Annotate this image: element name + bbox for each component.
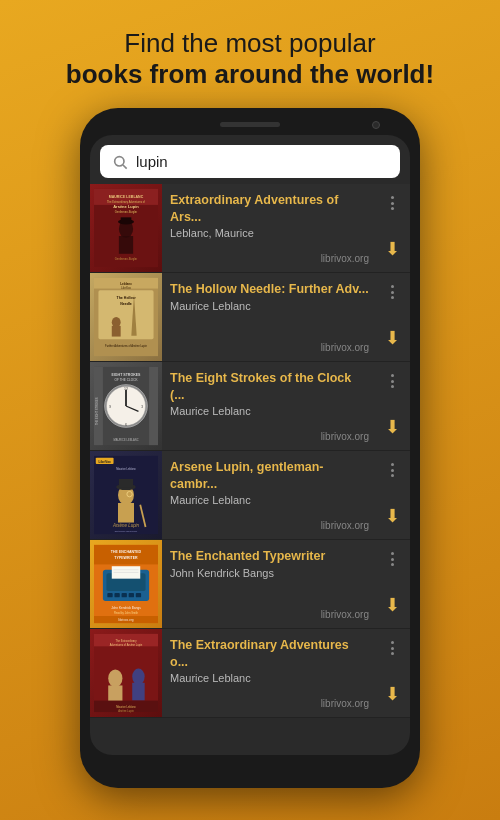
svg-rect-52	[94, 545, 158, 565]
svg-rect-9	[119, 236, 133, 254]
download-button[interactable]: ⬇	[381, 234, 404, 264]
svg-point-75	[132, 669, 144, 685]
book-author: Maurice Leblanc	[170, 300, 369, 312]
svg-text:MAURICE LEBLANC: MAURICE LEBLANC	[113, 438, 138, 442]
more-options-button[interactable]	[387, 281, 398, 303]
svg-text:LibriVox: LibriVox	[99, 460, 111, 464]
svg-text:The Extraordinary Adventures o: The Extraordinary Adventures of	[107, 200, 145, 204]
book-actions: ⬇	[375, 451, 410, 539]
dot	[391, 652, 394, 655]
book-title: The Hollow Needle: Further Adv...	[170, 281, 369, 297]
svg-text:12: 12	[124, 387, 128, 391]
book-source: librivox.org	[170, 431, 369, 446]
dot	[391, 285, 394, 288]
headline: Find the most popular books from around …	[0, 0, 500, 108]
list-item[interactable]: Leblanc LibriVox The Hollow Needle Furth…	[90, 273, 410, 362]
book-info: Arsene Lupin, gentleman-cambr... Maurice…	[162, 451, 375, 539]
list-item[interactable]: The Extraordinary Adventures of Arsène L…	[90, 629, 410, 718]
svg-rect-11	[121, 218, 132, 223]
svg-line-1	[123, 165, 127, 169]
svg-rect-76	[132, 683, 144, 701]
book-cover: Leblanc LibriVox The Hollow Needle Furth…	[90, 273, 162, 361]
headline-line2: books from around the world!	[30, 59, 470, 90]
svg-text:MAURICE LEBLANC: MAURICE LEBLANC	[109, 195, 144, 199]
svg-text:EIGHT STROKES: EIGHT STROKES	[112, 373, 142, 377]
book-list: MAURICE LEBLANC The Extraordinary Advent…	[90, 184, 410, 718]
book-title: Arsene Lupin, gentleman-cambr...	[170, 459, 369, 492]
download-button[interactable]: ⬇	[381, 590, 404, 620]
search-query: lupin	[136, 153, 388, 170]
download-button[interactable]: ⬇	[381, 679, 404, 709]
dot	[391, 552, 394, 555]
list-item[interactable]: 12 3 6 9 THE EIGHT STROKES EIGHT STROKES…	[90, 362, 410, 451]
more-options-button[interactable]	[387, 459, 398, 481]
svg-text:librivox.org: librivox.org	[118, 619, 133, 623]
svg-rect-46	[119, 479, 133, 488]
dot	[391, 385, 394, 388]
download-button[interactable]: ⬇	[381, 412, 404, 442]
more-options-button[interactable]	[387, 548, 398, 570]
headline-line1: Find the most popular	[30, 28, 470, 59]
book-cover: MAURICE LEBLANC The Extraordinary Advent…	[90, 184, 162, 272]
list-item[interactable]: MAURICE LEBLANC The Extraordinary Advent…	[90, 184, 410, 273]
download-button[interactable]: ⬇	[381, 323, 404, 353]
phone-notch	[90, 122, 410, 127]
book-cover: 12 3 6 9 THE EIGHT STROKES EIGHT STROKES…	[90, 362, 162, 450]
dot	[391, 647, 394, 650]
book-source: librivox.org	[170, 609, 369, 624]
svg-text:Maurice Leblanc: Maurice Leblanc	[116, 467, 136, 471]
book-author: John Kendrick Bangs	[170, 567, 369, 579]
svg-text:Needle: Needle	[120, 302, 132, 306]
svg-text:gentleman-cambrioleur: gentleman-cambrioleur	[115, 531, 138, 533]
book-info: The Eight Strokes of the Clock (... Maur…	[162, 362, 375, 450]
book-info: The Extraordinary Adventures o... Mauric…	[162, 629, 375, 717]
list-item[interactable]: LibriVox Maurice Leblanc Arsène Lupin ge…	[90, 451, 410, 540]
book-actions: ⬇	[375, 184, 410, 272]
svg-text:TYPEWRITER: TYPEWRITER	[114, 556, 138, 560]
svg-text:9: 9	[109, 405, 111, 409]
search-icon	[112, 154, 128, 170]
dot	[391, 202, 394, 205]
svg-text:Leblanc: Leblanc	[120, 282, 132, 286]
svg-rect-21	[112, 326, 121, 337]
book-author: Maurice Leblanc	[170, 494, 369, 506]
svg-text:Further Adventures of Arsène L: Further Adventures of Arsène Lupin	[105, 345, 147, 349]
svg-text:LibriVox: LibriVox	[121, 287, 131, 291]
svg-text:6: 6	[125, 423, 127, 427]
svg-rect-74	[108, 686, 122, 704]
dot	[391, 469, 394, 472]
phone-speaker	[220, 122, 280, 127]
book-actions: ⬇	[375, 362, 410, 450]
svg-rect-59	[122, 593, 127, 597]
book-author: Maurice Leblanc	[170, 672, 369, 684]
svg-text:Maurice Leblanc: Maurice Leblanc	[116, 705, 136, 709]
svg-text:The Hollow: The Hollow	[117, 297, 136, 301]
dot	[391, 474, 394, 477]
svg-rect-58	[114, 593, 119, 597]
phone-device: lupin MAURICE LEBLANC The Extraordinary …	[80, 108, 420, 788]
svg-text:THE ENCHANTED: THE ENCHANTED	[111, 550, 142, 554]
search-bar[interactable]: lupin	[100, 145, 400, 178]
svg-point-73	[108, 670, 122, 688]
svg-text:John Kendrick Bangs: John Kendrick Bangs	[111, 606, 141, 610]
svg-rect-57	[107, 593, 112, 597]
more-options-button[interactable]	[387, 637, 398, 659]
svg-text:OF THE CLOCK: OF THE CLOCK	[115, 378, 139, 382]
dot	[391, 196, 394, 199]
book-source: librivox.org	[170, 342, 369, 357]
svg-rect-34	[149, 367, 158, 445]
book-author: Leblanc, Maurice	[170, 227, 369, 239]
book-source: librivox.org	[170, 698, 369, 713]
book-actions: ⬇	[375, 540, 410, 628]
list-item[interactable]: THE ENCHANTED TYPEWRITER John Kendrick B…	[90, 540, 410, 629]
svg-text:3: 3	[141, 405, 143, 409]
book-author: Maurice Leblanc	[170, 405, 369, 417]
svg-text:Read by John Smith: Read by John Smith	[114, 612, 138, 616]
download-button[interactable]: ⬇	[381, 501, 404, 531]
book-actions: ⬇	[375, 273, 410, 361]
svg-rect-44	[118, 503, 134, 523]
more-options-button[interactable]	[387, 192, 398, 214]
more-options-button[interactable]	[387, 370, 398, 392]
book-cover: The Extraordinary Adventures of Arsène L…	[90, 629, 162, 717]
book-source: librivox.org	[170, 520, 369, 535]
